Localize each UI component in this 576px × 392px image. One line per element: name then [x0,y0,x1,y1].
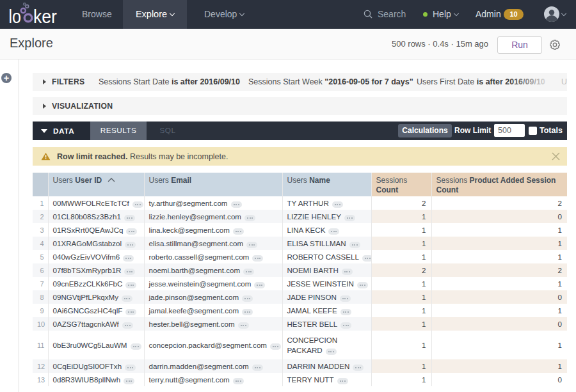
svg-text:lo: lo [9,6,22,27]
svg-text:ker: ker [33,6,57,27]
